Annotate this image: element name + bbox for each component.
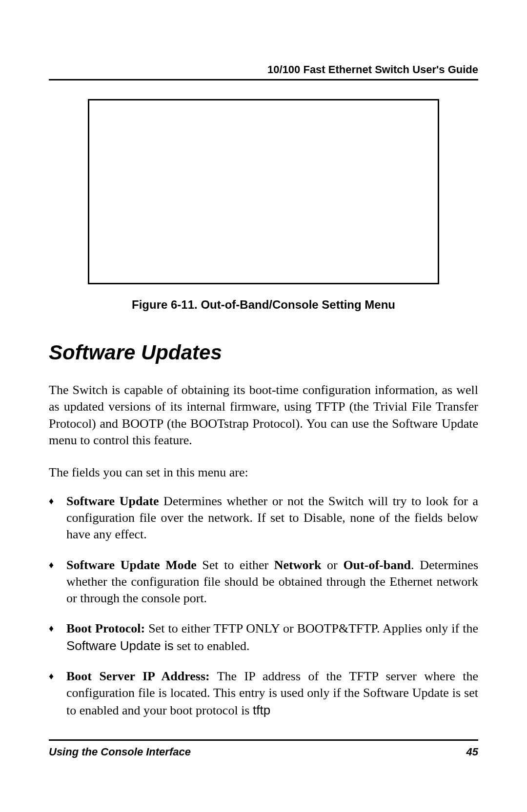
list-item: ♦ Software Update Determines whether or … — [49, 493, 478, 543]
section-heading: Software Updates — [49, 341, 478, 364]
field-term: Software Update Mode — [66, 558, 197, 572]
footer-section-label: Using the Console Interface — [49, 746, 191, 758]
diamond-bullet-icon: ♦ — [49, 560, 54, 570]
inline-sans: tftp — [253, 703, 270, 717]
inline-bold: Network — [274, 558, 322, 572]
list-item: ♦ Boot Protocol: Set to either TFTP ONLY… — [49, 620, 478, 654]
field-term: Boot Protocol: — [66, 621, 145, 635]
diamond-bullet-icon: ♦ — [49, 496, 54, 506]
text-segment: set to enabled. — [174, 639, 250, 653]
text-segment: or — [322, 558, 344, 572]
header-title: 10/100 Fast Ethernet Switch User's Guide — [267, 63, 478, 76]
list-item: ♦ Boot Server IP Address: The IP address… — [49, 668, 478, 719]
inline-bold: Out-of-band — [343, 558, 411, 572]
figure-placeholder-box — [88, 99, 439, 284]
diamond-bullet-icon: ♦ — [49, 623, 54, 633]
diamond-bullet-icon: ♦ — [49, 671, 54, 681]
intro-paragraph: The Switch is capable of obtaining its b… — [49, 382, 478, 449]
page-footer: Using the Console Interface 45 — [49, 739, 478, 758]
document-page: 10/100 Fast Ethernet Switch User's Guide… — [0, 0, 527, 812]
page-header: 10/100 Fast Ethernet Switch User's Guide — [49, 63, 478, 80]
footer-page-number: 45 — [466, 746, 478, 758]
text-segment: Set to either TFTP ONLY or BOOTP&TFTP. A… — [145, 621, 478, 635]
field-term: Boot Server IP Address: — [66, 669, 210, 683]
list-item: ♦ Software Update Mode Set to either Net… — [49, 557, 478, 607]
text-segment: Set to either — [197, 558, 274, 572]
figure-caption: Figure 6-11. Out-of-Band/Console Setting… — [49, 298, 478, 312]
inline-sans: Software Update is — [66, 638, 174, 653]
fields-list: ♦ Software Update Determines whether or … — [49, 493, 478, 719]
field-term: Software Update — [66, 494, 159, 508]
fields-intro: The fields you can set in this menu are: — [49, 464, 478, 481]
